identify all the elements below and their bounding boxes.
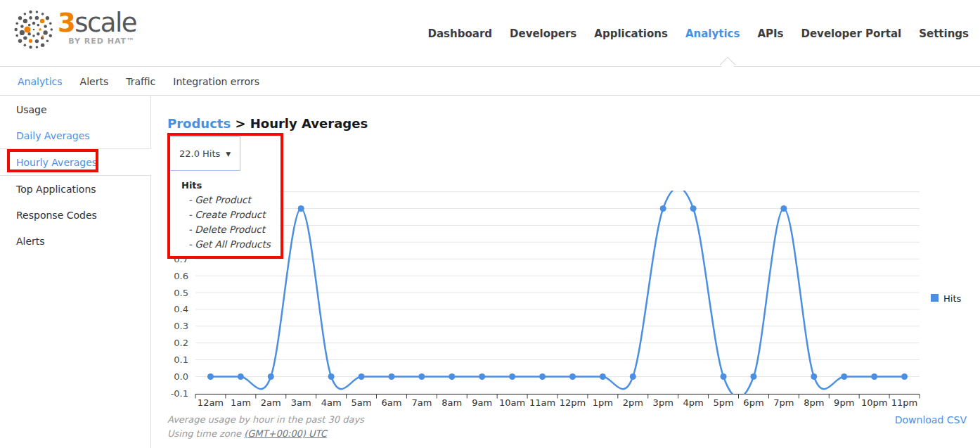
data-point — [569, 373, 576, 380]
svg-text:2pm: 2pm — [623, 397, 643, 408]
data-point — [750, 373, 756, 380]
svg-text:4pm: 4pm — [683, 397, 704, 408]
svg-text:10pm: 10pm — [861, 397, 887, 408]
data-point — [721, 373, 727, 380]
svg-text:0.6: 0.6 — [174, 271, 188, 281]
data-point — [841, 373, 847, 380]
data-point — [207, 373, 214, 380]
timezone-link[interactable]: (GMT+00:00) UTC — [244, 428, 327, 439]
breadcrumb: Products > Hourly Averages — [167, 116, 368, 131]
x-axis-labels: 12am1am2am3am4am5am6am7am8am9am10am11am1… — [198, 397, 917, 408]
data-point — [539, 373, 546, 380]
data-point — [268, 373, 274, 380]
svg-text:3am: 3am — [291, 397, 311, 408]
svg-text:5pm: 5pm — [713, 397, 733, 408]
svg-text:6am: 6am — [382, 397, 402, 408]
svg-text:9am: 9am — [472, 397, 492, 408]
data-point — [359, 373, 365, 380]
breadcrumb-separator: > — [231, 116, 250, 131]
svg-text:2am: 2am — [261, 397, 281, 408]
svg-text:4am: 4am — [321, 397, 342, 408]
svg-text:11am: 11am — [529, 397, 555, 408]
svg-text:0.4: 0.4 — [174, 304, 188, 314]
legend-label-hits: Hits — [943, 293, 961, 304]
data-point — [238, 373, 244, 380]
legend-swatch-hits — [931, 294, 939, 302]
svg-text:7pm: 7pm — [773, 397, 794, 408]
data-point — [388, 373, 394, 380]
data-point — [328, 373, 335, 380]
chart-legend: Hits — [931, 293, 961, 304]
svg-text:12am: 12am — [198, 397, 224, 408]
data-point — [901, 373, 908, 380]
data-point — [449, 373, 455, 380]
svg-text:0.1: 0.1 — [174, 354, 188, 365]
svg-text:8pm: 8pm — [804, 397, 824, 408]
svg-text:12pm: 12pm — [560, 397, 586, 408]
hourly-averages-chart: -0.10.00.10.20.30.40.50.60.712am1am2am3a… — [0, 0, 980, 448]
timezone-prefix: Using time zone — [167, 428, 244, 439]
data-point — [630, 373, 636, 380]
svg-text:0.5: 0.5 — [174, 288, 188, 298]
data-point — [811, 373, 817, 380]
page-title: Hourly Averages — [250, 116, 368, 131]
svg-text:0.0: 0.0 — [174, 371, 188, 382]
svg-text:10am: 10am — [499, 397, 525, 408]
data-point — [298, 205, 304, 212]
data-point — [690, 205, 697, 212]
svg-text:3pm: 3pm — [653, 397, 673, 408]
svg-text:11pm: 11pm — [891, 397, 917, 408]
svg-text:9pm: 9pm — [834, 397, 854, 408]
data-point — [660, 205, 666, 212]
svg-text:8am: 8am — [441, 397, 462, 408]
data-point — [600, 373, 606, 380]
timezone-caption: Using time zone (GMT+00:00) UTC — [167, 428, 327, 439]
download-csv-link[interactable]: Download CSV — [895, 414, 967, 425]
svg-text:6pm: 6pm — [743, 397, 763, 408]
data-point — [871, 373, 877, 380]
svg-text:0.2: 0.2 — [174, 338, 188, 348]
svg-text:1pm: 1pm — [593, 397, 613, 408]
svg-text:5am: 5am — [352, 397, 372, 408]
data-point — [780, 205, 787, 212]
svg-text:-0.1: -0.1 — [171, 388, 188, 399]
data-point — [418, 373, 425, 380]
breadcrumb-products-link[interactable]: Products — [167, 116, 231, 131]
hourly-averages-page: 3scale BY RED HAT™ DashboardDevelopersAp… — [0, 0, 980, 448]
annotation-box-metric-dropdown — [167, 133, 283, 259]
y-axis-labels: -0.10.00.10.20.30.40.50.60.7 — [171, 254, 188, 399]
svg-text:1am: 1am — [231, 397, 251, 408]
data-point — [509, 373, 515, 380]
data-point — [479, 373, 485, 380]
svg-text:0.3: 0.3 — [174, 321, 188, 331]
chart-caption: Average usage by hour in the past 30 day… — [167, 414, 364, 425]
annotation-box-hourly-averages — [7, 149, 98, 172]
svg-text:7am: 7am — [411, 397, 432, 408]
